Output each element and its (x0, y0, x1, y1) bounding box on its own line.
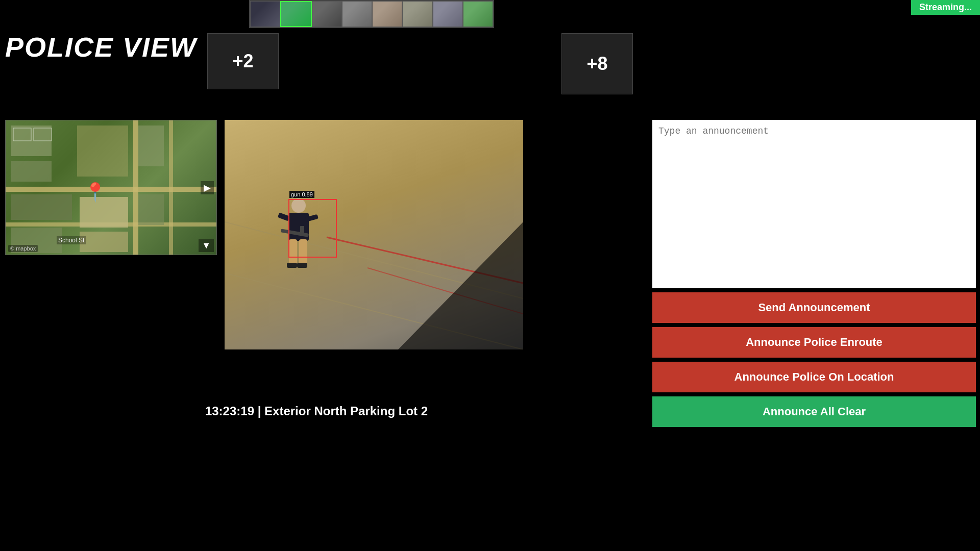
map-arrow-right[interactable]: ▶ (201, 181, 214, 194)
extra-cameras-panel: +8 (561, 33, 633, 94)
video-overlay-svg (225, 120, 523, 349)
svg-marker-19 (398, 222, 523, 349)
timestamp-text: 13:23:19 | Exterior North Parking Lot 2 (205, 404, 428, 418)
map-location-pin: 📍 (84, 182, 107, 203)
svg-rect-26 (287, 263, 297, 268)
svg-rect-9 (138, 194, 164, 225)
svg-rect-3 (169, 120, 173, 255)
svg-rect-2 (133, 120, 138, 255)
map-panel: 📍 School St © mapbox ▶ ▼ (5, 120, 217, 255)
thumbnail-1[interactable] (250, 1, 280, 27)
mapbox-credit: © mapbox (8, 245, 38, 252)
status-timestamp: 13:23:19 | Exterior North Parking Lot 2 (0, 404, 633, 418)
police-view-thumbnail: +2 (207, 33, 279, 89)
svg-rect-27 (297, 263, 307, 268)
map-label-school: School St (57, 236, 86, 244)
video-background: gun 0.89 (225, 120, 523, 349)
svg-rect-0 (6, 187, 216, 192)
svg-rect-14 (80, 232, 128, 252)
thumbnail-2[interactable] (280, 1, 311, 27)
announce-police-on-location-button[interactable]: Announce Police On Location (652, 362, 976, 392)
svg-rect-5 (11, 161, 52, 182)
police-view-label: POLICE VIEW (5, 33, 197, 61)
announce-police-enroute-button[interactable]: Announce Police Enroute (652, 327, 976, 358)
main-video-feed: gun 0.89 (225, 120, 523, 349)
extra-cameras-count: +8 (586, 53, 607, 74)
announce-all-clear-button[interactable]: Announce All Clear (652, 396, 976, 427)
thumbnail-3[interactable] (312, 1, 342, 27)
streaming-badge: Streaming... (911, 0, 980, 15)
police-view-extra-count: +2 (233, 51, 254, 72)
police-view-header: POLICE VIEW +2 (5, 33, 279, 89)
right-announcement-panel: Send Announcement Announce Police Enrout… (648, 120, 980, 551)
thumbnail-5[interactable] (372, 1, 402, 27)
detection-label: gun 0.89 (289, 191, 314, 198)
map-background: 📍 School St © mapbox ▶ ▼ (6, 120, 216, 255)
announcement-input[interactable] (652, 120, 976, 288)
thumbnail-strip (249, 0, 494, 28)
thumbnail-6[interactable] (402, 1, 432, 27)
map-arrow-bottom[interactable]: ▼ (199, 239, 214, 252)
svg-rect-10 (77, 126, 128, 177)
map-svg (6, 120, 216, 255)
thumbnail-8[interactable] (463, 1, 493, 27)
svg-rect-8 (138, 126, 164, 166)
thumbnail-7[interactable] (433, 1, 463, 27)
detection-bounding-box: gun 0.89 (288, 199, 337, 258)
thumbnail-4[interactable] (342, 1, 372, 27)
svg-rect-6 (11, 194, 72, 220)
send-announcement-button[interactable]: Send Announcement (652, 292, 976, 323)
